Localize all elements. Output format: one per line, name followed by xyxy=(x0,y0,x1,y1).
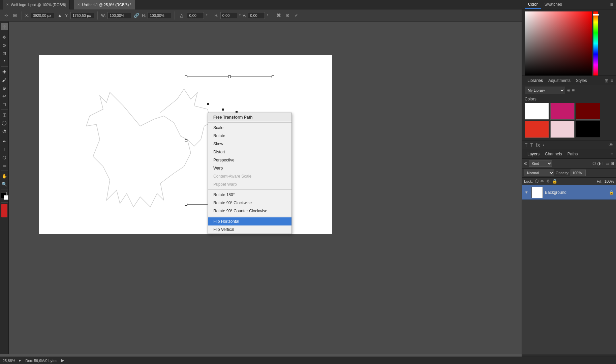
lock-position-icon[interactable]: ✥ xyxy=(546,179,550,184)
foreground-color[interactable] xyxy=(1,192,7,198)
ctx-rotate-90-ccw[interactable]: Rotate 90° Counter Clockwise xyxy=(208,207,291,215)
shape-tool[interactable]: ▭ xyxy=(1,162,8,169)
library-icon-grid[interactable]: ⊞ xyxy=(566,88,571,93)
crop-tool[interactable]: ⊡ xyxy=(1,50,8,57)
ctx-rotate-90-cw[interactable]: Rotate 90° Clockwise xyxy=(208,199,291,207)
ctx-flip-horizontal[interactable]: Flip Horizontal xyxy=(208,217,291,225)
library-dropdown[interactable]: My Library xyxy=(525,87,565,94)
confirm-icon[interactable]: ✓ xyxy=(293,12,300,19)
layers-panel-menu[interactable]: ≡ xyxy=(611,151,613,157)
v-input[interactable] xyxy=(248,12,265,19)
grid-icon[interactable]: ⊞ xyxy=(11,12,18,19)
clone-tool[interactable]: ⊕ xyxy=(1,84,8,92)
lasso-tool[interactable]: ⊙ xyxy=(1,41,8,49)
filter-type-icon[interactable]: T xyxy=(602,161,604,166)
tab-close-icon[interactable]: ✕ xyxy=(6,3,9,6)
h-input[interactable] xyxy=(148,12,171,19)
dodge-tool[interactable]: ◔ xyxy=(1,127,8,134)
layer-visibility-toggle[interactable]: 👁 xyxy=(524,190,529,195)
move-tool[interactable]: ✥ xyxy=(1,33,8,41)
transform-handle-tr[interactable] xyxy=(272,75,274,78)
color-gradient-box[interactable] xyxy=(525,11,592,75)
library-eye-icon[interactable]: 👁 xyxy=(609,142,613,148)
ctx-warp[interactable]: Warp xyxy=(208,164,291,172)
selection-tool[interactable]: ⊹ xyxy=(1,23,8,30)
tab-color[interactable]: Color xyxy=(525,1,541,9)
opacity-input[interactable] xyxy=(571,170,586,176)
healing-tool[interactable]: ✚ xyxy=(1,68,8,75)
tab-untitled-1[interactable]: ✕ Untitled-1 @ 25,9% (RGB/8) * xyxy=(74,0,135,9)
eyedropper-tool[interactable]: / xyxy=(1,58,8,65)
swatch-red[interactable] xyxy=(525,121,549,138)
quick-mask-tool[interactable] xyxy=(1,204,7,217)
tab-untitled-close-icon[interactable]: ✕ xyxy=(77,3,80,6)
blend-mode-select[interactable]: Normal xyxy=(524,170,554,176)
transform-handle-tc[interactable] xyxy=(228,75,231,78)
gradient-tool[interactable]: ◫ xyxy=(1,111,8,118)
library-shape-icon[interactable]: ▪ xyxy=(543,142,545,148)
zoom-tool[interactable]: 🔍 xyxy=(1,180,8,188)
ctx-rotate[interactable]: Rotate xyxy=(208,132,291,140)
layer-background[interactable]: 👁 Background 🔒 xyxy=(522,185,616,200)
warp-icon[interactable]: ⌘ xyxy=(276,12,282,19)
library-action-icon1[interactable]: ⊞ xyxy=(605,78,609,83)
swatch-pink[interactable] xyxy=(550,103,575,120)
ctx-perspective[interactable]: Perspective xyxy=(208,156,291,164)
ctx-distort[interactable]: Distort xyxy=(208,148,291,156)
swatch-light-pink[interactable] xyxy=(550,121,575,138)
transform-handle-bl[interactable] xyxy=(185,203,187,206)
tab-adjustments[interactable]: Adjustments xyxy=(546,77,573,84)
filter-pixel-icon[interactable]: ⬡ xyxy=(592,161,596,166)
ctx-flip-vertical[interactable]: Flip Vertical xyxy=(208,225,291,234)
ctx-rotate-180[interactable]: Rotate 180° xyxy=(208,191,291,199)
brush-tool[interactable]: 🖌 xyxy=(1,76,8,84)
transform-handle-tl[interactable] xyxy=(185,75,187,78)
lock-pixels-icon[interactable]: ✏ xyxy=(541,179,544,184)
y-input[interactable] xyxy=(70,12,94,19)
transform-handle-ml[interactable] xyxy=(185,139,187,142)
layers-filter-bar: ⊙ Kind ⬡ ◑ T ▭ ⊞ xyxy=(522,159,616,169)
filter-shape-icon[interactable]: ▭ xyxy=(606,161,609,166)
path-tool[interactable]: ⬡ xyxy=(1,154,8,161)
lock-all-icon[interactable]: 🔒 xyxy=(552,179,557,184)
tab-paths[interactable]: Paths xyxy=(565,150,581,158)
angle-input[interactable] xyxy=(187,12,204,19)
w-input[interactable] xyxy=(107,12,131,19)
library-menu[interactable]: ≡ xyxy=(611,78,613,83)
eraser-tool[interactable]: ◻ xyxy=(1,100,8,108)
library-text-icon[interactable]: T xyxy=(525,142,528,148)
color-hue-strip[interactable] xyxy=(593,11,598,75)
ctx-skew[interactable]: Skew xyxy=(208,140,291,148)
pen-tool[interactable]: ✒ xyxy=(1,138,8,145)
tab-swatches[interactable]: Swatches xyxy=(541,1,565,9)
blur-tool[interactable]: ◯ xyxy=(1,119,8,126)
cancel-icon[interactable]: ⊘ xyxy=(284,12,291,19)
h2-input[interactable] xyxy=(220,12,237,19)
doc-size-icon[interactable]: ▸ xyxy=(19,358,21,363)
tab-libraries[interactable]: Libraries xyxy=(525,77,546,84)
library-fx-icon[interactable]: fx xyxy=(536,142,540,148)
library-icon-list[interactable]: ≡ xyxy=(572,88,575,93)
swatch-white[interactable] xyxy=(525,103,549,120)
filter-adjustment-icon[interactable]: ◑ xyxy=(597,161,600,166)
lock-transparent-icon[interactable]: ⬡ xyxy=(535,179,538,184)
swatch-dark-red[interactable] xyxy=(576,103,600,120)
tab-styles[interactable]: Styles xyxy=(573,77,590,84)
x-input[interactable] xyxy=(31,12,54,19)
swatch-black[interactable] xyxy=(576,121,600,138)
tab-wolf-logo[interactable]: ✕ Wolf logo 1.psd @ 100% (RGB/8) xyxy=(3,0,70,9)
color-panel-menu[interactable]: ≡ xyxy=(610,2,613,8)
move-tool-icon[interactable]: ⊹ xyxy=(3,12,9,19)
history-tool[interactable]: ↩ xyxy=(1,92,8,100)
library-text2-icon[interactable]: T xyxy=(530,142,533,148)
tab-layers[interactable]: Layers xyxy=(525,150,542,158)
type-tool[interactable]: T xyxy=(1,146,8,153)
filter-smart-icon[interactable]: ⊞ xyxy=(611,161,614,166)
hand-tool[interactable]: ✋ xyxy=(1,172,8,180)
status-arrow[interactable]: ▶ xyxy=(61,358,64,363)
ctx-scale[interactable]: Scale xyxy=(208,124,291,132)
tab-channels[interactable]: Channels xyxy=(542,150,565,158)
filter-type-select[interactable]: Kind xyxy=(529,160,552,167)
link-icon[interactable]: 🔗 xyxy=(133,12,140,19)
background-color[interactable] xyxy=(4,195,8,200)
